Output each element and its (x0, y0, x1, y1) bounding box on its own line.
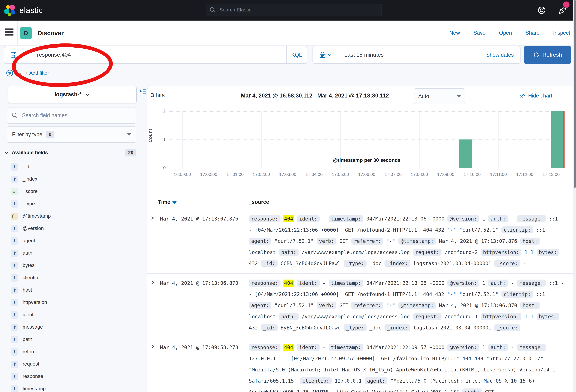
field-item-message[interactable]: tmessage (0, 321, 147, 333)
field-name: agent (23, 238, 35, 244)
filter-caret[interactable] (18, 73, 21, 74)
field-item-host[interactable]: thost (0, 284, 147, 296)
global-search-input[interactable] (219, 7, 378, 13)
filter-by-type-select[interactable]: Filter by type 0 (7, 126, 136, 143)
discover-app-badge[interactable]: D (20, 27, 32, 39)
expand-row-button[interactable] (147, 342, 160, 349)
field-value: 1.1 (524, 249, 533, 255)
available-fields-header[interactable]: Available fields 20 (4, 148, 136, 158)
action-save[interactable]: Save (473, 30, 486, 36)
action-open[interactable]: Open (499, 30, 512, 36)
field-type-text-icon: t (11, 200, 18, 207)
field-item-_id[interactable]: t_id (0, 161, 147, 173)
page-title: Discover (38, 21, 64, 46)
action-share[interactable]: Share (525, 30, 540, 36)
field-name-badge: @timestamp: (398, 238, 436, 245)
scrollbar-thumb[interactable] (574, 0, 576, 188)
field-name-badge: agent: (249, 238, 272, 245)
field-type-text-icon: t (11, 336, 18, 343)
hide-chart-button[interactable]: Hide chart (519, 92, 552, 99)
y-tick-label: 1 (154, 137, 166, 142)
interval-select[interactable]: Auto (414, 88, 465, 104)
table-row: Mar 4, 2021 @ 17:13:07.876response: 404 … (147, 209, 573, 274)
field-type-text-icon: t (11, 385, 18, 392)
field-item-_type[interactable]: t_type (0, 198, 147, 210)
field-item-clientip[interactable]: tclientip (0, 272, 147, 284)
field-value: GET (339, 303, 348, 308)
field-name: message (23, 324, 43, 330)
help-lifebuoy-icon[interactable] (537, 6, 546, 15)
field-type-text-icon: t (11, 237, 18, 245)
filter-bar: + Add filter (6, 69, 49, 77)
histogram-bar[interactable] (459, 139, 472, 168)
field-value: logstash-2021.03.04-000001 (413, 325, 491, 331)
field-type-text-icon: t (11, 323, 18, 331)
filter-by-type-label: Filter by type (12, 131, 42, 138)
refresh-button[interactable]: Refresh (524, 46, 571, 64)
elastic-logo[interactable]: elastic (4, 4, 43, 16)
y-tick-label: 0 (154, 165, 166, 170)
date-picker[interactable]: Last 15 minutes Show dates (313, 46, 520, 64)
field-search[interactable] (7, 107, 136, 124)
field-name: @version (23, 225, 44, 231)
field-value: "curl/7.52.1" (274, 238, 314, 244)
field-item-_score[interactable]: #_score (0, 185, 147, 198)
field-name-badge: _score: (494, 324, 520, 331)
add-filter-button[interactable]: + Add filter (25, 70, 49, 76)
query-bar[interactable]: response:404 KQL (4, 46, 307, 64)
field-value: 04/Mar/2021:22:13:06 +0000 (366, 216, 444, 222)
field-item-@timestamp[interactable]: @timestamp (0, 210, 147, 222)
field-value: Mar 4, 2021 @ 17:13:06.870 (439, 303, 517, 308)
field-name-badge: _id: (261, 260, 278, 267)
doc-time-cell: Mar 4, 2021 @ 17:09:58.278 (160, 342, 249, 353)
field-item-bytes[interactable]: tbytes (0, 259, 147, 272)
field-value: logstash-2021.03.04-000001 (413, 260, 491, 266)
show-dates-button[interactable]: Show dates (486, 52, 520, 58)
query-language-button[interactable]: KQL (286, 46, 307, 63)
scrollbar-track[interactable] (573, 0, 576, 392)
field-item-httpversion[interactable]: thttpversion (0, 296, 147, 308)
field-value: - (322, 280, 326, 286)
header-divider (17, 21, 18, 46)
menu-icon[interactable] (5, 28, 14, 36)
highlighted-value: 404 (284, 280, 294, 287)
field-name-badge: host: (520, 238, 540, 245)
field-item-agent[interactable]: tagent (0, 235, 147, 247)
action-inspect[interactable]: Inspect (553, 30, 570, 36)
field-value: _doc (370, 325, 381, 331)
field-search-input[interactable] (22, 112, 132, 119)
expand-row-button[interactable] (147, 278, 160, 285)
field-item-auth[interactable]: tauth (0, 247, 147, 259)
field-item-request[interactable]: trequest (0, 358, 147, 370)
doc-source-cell: response: 404 ident: - timestamp: 04/Mar… (249, 213, 569, 269)
field-item-@version[interactable]: t@version (0, 222, 147, 235)
field-value: Mar 4, 2021 @ 17:13:07.876 (439, 238, 517, 244)
doc-time-cell: Mar 4, 2021 @ 17:13:07.876 (160, 213, 249, 224)
action-new[interactable]: New (449, 30, 460, 36)
index-pattern-switcher[interactable]: logstash-* (8, 86, 137, 103)
expand-row-button[interactable] (147, 213, 160, 221)
field-value: - (511, 344, 514, 350)
saved-query-menu[interactable] (4, 46, 29, 63)
date-picker-menu[interactable] (313, 46, 338, 63)
brand-name: elastic (19, 6, 43, 15)
field-item-timestamp[interactable]: ttimestamp (0, 383, 147, 392)
field-item-path[interactable]: tpath (0, 333, 147, 346)
global-search[interactable] (206, 4, 382, 16)
field-type-number-icon: # (11, 188, 18, 195)
field-type-text-icon: t (11, 299, 18, 306)
field-item-_index[interactable]: t_index (0, 173, 147, 185)
filter-icon[interactable] (6, 69, 14, 77)
column-header-source: _source (249, 199, 269, 205)
saved-query-icon (10, 51, 17, 58)
field-name-badge: request: (413, 313, 442, 320)
field-item-referrer[interactable]: treferrer (0, 346, 147, 358)
query-input-value[interactable]: response:404 (29, 52, 286, 58)
fields-sidebar: logstash-* Filter by type 0 Available fi… (0, 84, 147, 392)
field-item-response[interactable]: tresponse (0, 370, 147, 383)
time-range-value[interactable]: Last 15 minutes (338, 52, 486, 58)
collapse-sidebar-icon[interactable] (139, 87, 147, 95)
field-item-ident[interactable]: tident (0, 308, 147, 321)
refresh-label: Refresh (542, 52, 562, 58)
column-header-time[interactable]: Time (158, 199, 176, 205)
